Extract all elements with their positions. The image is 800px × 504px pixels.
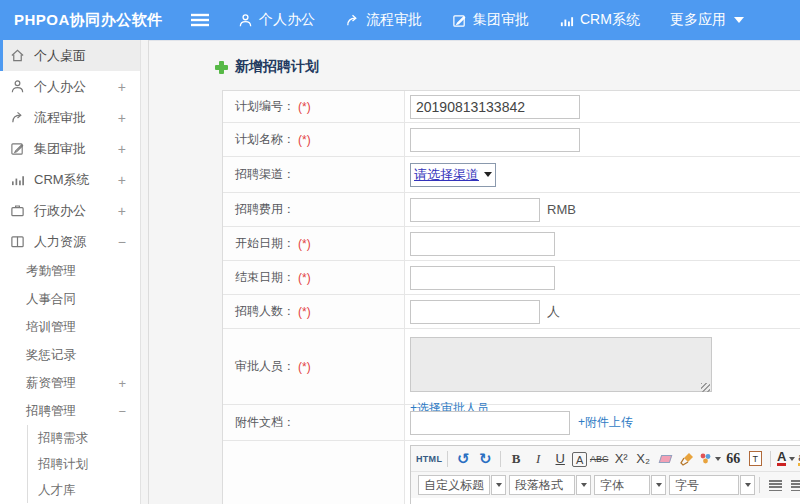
editor-underline-button[interactable]: U	[550, 449, 570, 469]
nav-personal-office[interactable]: 个人办公	[238, 11, 315, 29]
expand-plus-icon[interactable]: +	[118, 141, 126, 157]
hamburger-menu-icon[interactable]	[190, 13, 212, 27]
align-center-icon[interactable]	[787, 475, 800, 495]
editor-font-style-button[interactable]: A	[572, 452, 587, 467]
select-caret-icon	[484, 172, 492, 177]
nav-label: 个人办公	[259, 11, 315, 29]
field-label: 招聘人数：	[235, 303, 295, 320]
align-left-icon[interactable]	[765, 475, 785, 495]
editor-bold-button[interactable]: B	[506, 449, 526, 469]
sidebar-item-human-resources[interactable]: 人力资源 −	[0, 226, 140, 257]
editor-format-brush-icon[interactable]	[677, 449, 697, 469]
book-icon	[10, 234, 26, 249]
attachment-upload-link[interactable]: +附件上传	[578, 414, 633, 431]
sidebar-item-admin-office[interactable]: 行政办公 +	[0, 195, 140, 226]
nav-label: 集团审批	[473, 11, 529, 29]
sidebar-subitem-hr-contract[interactable]: 人事合同	[0, 285, 140, 313]
editor-strikethrough-button[interactable]: ABC	[589, 449, 609, 469]
sidebar-subitem-recruit-mgmt[interactable]: 招聘管理 −	[0, 397, 140, 425]
rich-text-editor: HTML ↺ ↻ B I U A ABC X² X₂	[410, 445, 800, 504]
main-content: 新增招聘计划 计划编号：(*) 计划名称：(*) 招聘渠道： 请选择渠道 招聘费…	[149, 40, 800, 504]
expand-plus-icon[interactable]: +	[118, 110, 126, 126]
attachment-input[interactable]	[410, 411, 570, 435]
required-mark: (*)	[298, 271, 311, 285]
editor-color-palette-icon[interactable]	[699, 449, 721, 469]
sidebar-item-personal-desktop[interactable]: 个人桌面	[0, 40, 140, 71]
nav-workflow-approval[interactable]: 流程审批	[345, 11, 422, 29]
editor-italic-button[interactable]: I	[528, 449, 548, 469]
expand-plus-icon[interactable]: +	[118, 203, 126, 219]
collapse-minus-icon[interactable]: −	[118, 404, 126, 419]
form-row-headcount: 招聘人数：(*) 人	[223, 295, 800, 329]
required-mark: (*)	[298, 305, 311, 319]
expand-plus-icon[interactable]: +	[118, 172, 126, 188]
editor-subscript-button[interactable]: X₂	[633, 449, 653, 469]
nav-group-approval[interactable]: 集团审批	[452, 11, 529, 29]
person-icon	[10, 79, 26, 94]
sidebar-subitem-recruit-plan[interactable]: 招聘计划	[27, 451, 140, 477]
editor-font-color-button[interactable]: A	[776, 449, 796, 469]
editor-content-area[interactable]	[411, 498, 800, 504]
editor-undo-icon[interactable]: ↺	[453, 449, 473, 469]
headcount-input[interactable]	[410, 300, 540, 324]
sidebar-item-personal-office[interactable]: 个人办公 +	[0, 71, 140, 102]
form-row-editor: HTML ↺ ↻ B I U A ABC X² X₂	[223, 441, 800, 504]
editor-paste-icon[interactable]: T	[745, 449, 765, 469]
editor-custom-title-dropdown[interactable]: 自定义标题	[418, 475, 490, 495]
nav-crm-system[interactable]: CRM系统	[559, 11, 640, 29]
plan-number-input[interactable]	[410, 95, 580, 119]
currency-suffix: RMB	[547, 202, 576, 217]
top-navigation: 个人办公 流程审批 集团审批 CRM系统 更多应用	[238, 11, 774, 29]
sidebar-subitem-salary[interactable]: 薪资管理 +	[0, 369, 140, 397]
app-logo[interactable]: PHPOA协同办公软件	[0, 11, 190, 30]
sidebar-subitem-label: 招聘计划	[38, 456, 88, 473]
form-row-approvers: 审批人员：(*) +选择审批人员	[223, 329, 800, 405]
field-label: 审批人员：	[235, 358, 295, 375]
expand-plus-icon[interactable]: +	[118, 376, 126, 391]
nav-label: 流程审批	[366, 11, 422, 29]
plan-name-input[interactable]	[410, 128, 580, 152]
sidebar-item-group-approval[interactable]: 集团审批 +	[0, 133, 140, 164]
dropdown-caret-icon[interactable]	[651, 475, 666, 495]
approvers-textarea[interactable]	[410, 337, 712, 392]
editor-font-size-dropdown[interactable]: 字号	[669, 475, 739, 495]
editor-redo-icon[interactable]: ↻	[475, 449, 495, 469]
dropdown-caret-icon[interactable]	[740, 475, 755, 495]
resize-handle[interactable]	[701, 383, 710, 392]
sidebar-subitem-talent-pool[interactable]: 人才库	[27, 477, 140, 503]
editor-font-family-dropdown[interactable]: 字体	[594, 475, 650, 495]
dropdown-caret-icon[interactable]	[576, 475, 591, 495]
editor-html-source-button[interactable]: HTML	[416, 449, 442, 469]
dropdown-caret-icon[interactable]	[491, 475, 506, 495]
sidebar-scrollbar[interactable]	[140, 40, 149, 504]
nav-more-apps[interactable]: 更多应用	[670, 11, 744, 29]
editor-paragraph-format-dropdown[interactable]: 段落格式	[509, 475, 575, 495]
sidebar-item-label: 流程审批	[34, 109, 86, 127]
expand-plus-icon[interactable]: +	[118, 79, 126, 95]
collapse-minus-icon[interactable]: −	[118, 234, 126, 250]
start-date-input[interactable]	[410, 232, 555, 256]
sidebar-item-crm-system[interactable]: CRM系统 +	[0, 164, 140, 195]
sidebar-subitem-recruit-demand[interactable]: 招聘需求	[27, 425, 140, 451]
field-label: 附件文档：	[235, 414, 295, 431]
sidebar-subitem-label: 人事合同	[26, 291, 76, 308]
editor-superscript-button[interactable]: X²	[611, 449, 631, 469]
editor-empty-label-cell	[223, 441, 405, 504]
channel-select[interactable]: 请选择渠道	[410, 163, 496, 187]
bar-chart-icon	[559, 13, 574, 28]
sidebar-subitem-label: 考勤管理	[26, 263, 76, 280]
headcount-suffix: 人	[547, 303, 560, 321]
briefcase-icon	[10, 203, 26, 218]
form-row-recruit-cost: 招聘费用： RMB	[223, 193, 800, 227]
editor-blockquote-button[interactable]: 66	[723, 449, 743, 469]
recruit-cost-input[interactable]	[410, 198, 540, 222]
sidebar-item-workflow-approval[interactable]: 流程审批 +	[0, 102, 140, 133]
sidebar-subitem-training[interactable]: 培训管理	[0, 313, 140, 341]
form-row-recruit-channel: 招聘渠道： 请选择渠道	[223, 157, 800, 193]
sidebar-subitem-label: 招聘需求	[38, 430, 88, 447]
field-label: 计划编号：	[235, 98, 295, 115]
editor-eraser-icon[interactable]	[655, 449, 675, 469]
sidebar-subitem-rewards[interactable]: 奖惩记录	[0, 341, 140, 369]
end-date-input[interactable]	[410, 266, 555, 290]
sidebar-subitem-attendance[interactable]: 考勤管理	[0, 257, 140, 285]
